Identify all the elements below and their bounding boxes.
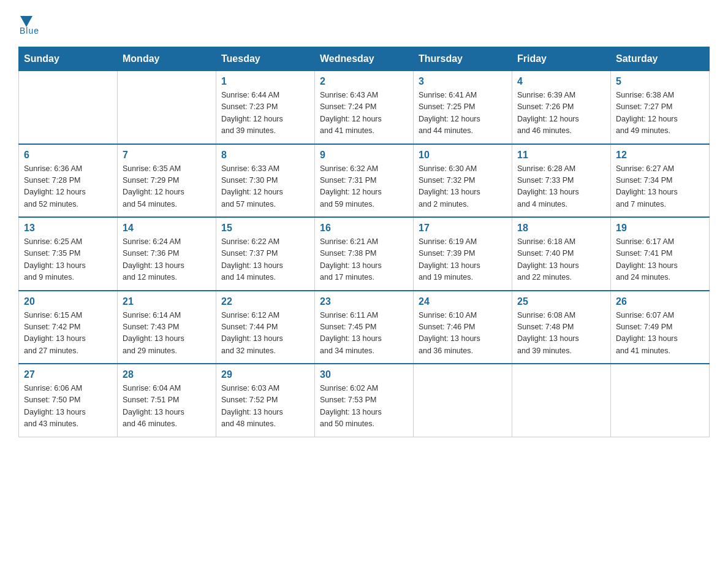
weekday-header-thursday: Thursday	[414, 47, 512, 71]
day-info: Sunrise: 6:27 AM Sunset: 7:34 PM Dayligh…	[616, 163, 704, 211]
weekday-header-wednesday: Wednesday	[315, 47, 414, 71]
day-number: 29	[221, 369, 309, 380]
calendar-cell: 21Sunrise: 6:14 AM Sunset: 7:43 PM Dayli…	[118, 291, 216, 364]
calendar-cell: 8Sunrise: 6:33 AM Sunset: 7:30 PM Daylig…	[216, 144, 315, 218]
day-info: Sunrise: 6:03 AM Sunset: 7:52 PM Dayligh…	[221, 383, 309, 431]
day-info: Sunrise: 6:04 AM Sunset: 7:51 PM Dayligh…	[123, 383, 211, 431]
day-number: 10	[419, 150, 507, 161]
calendar-cell: 1Sunrise: 6:44 AM Sunset: 7:23 PM Daylig…	[216, 71, 315, 144]
calendar-cell	[19, 71, 118, 144]
day-number: 1	[221, 76, 309, 87]
calendar-cell: 11Sunrise: 6:28 AM Sunset: 7:33 PM Dayli…	[512, 144, 611, 218]
day-number: 23	[320, 296, 408, 307]
day-info: Sunrise: 6:35 AM Sunset: 7:29 PM Dayligh…	[123, 163, 211, 211]
day-number: 13	[24, 223, 112, 234]
day-info: Sunrise: 6:25 AM Sunset: 7:35 PM Dayligh…	[24, 236, 112, 284]
calendar-cell: 25Sunrise: 6:08 AM Sunset: 7:48 PM Dayli…	[512, 291, 611, 364]
calendar-cell: 2Sunrise: 6:43 AM Sunset: 7:24 PM Daylig…	[315, 71, 414, 144]
day-info: Sunrise: 6:38 AM Sunset: 7:27 PM Dayligh…	[616, 90, 704, 137]
calendar-cell: 20Sunrise: 6:15 AM Sunset: 7:42 PM Dayli…	[19, 291, 118, 364]
day-info: Sunrise: 6:11 AM Sunset: 7:45 PM Dayligh…	[320, 310, 408, 358]
day-info: Sunrise: 6:02 AM Sunset: 7:53 PM Dayligh…	[320, 383, 408, 431]
day-info: Sunrise: 6:06 AM Sunset: 7:50 PM Dayligh…	[24, 383, 112, 431]
calendar-cell	[414, 364, 512, 437]
calendar-table: SundayMondayTuesdayWednesdayThursdayFrid…	[18, 47, 710, 437]
day-info: Sunrise: 6:28 AM Sunset: 7:33 PM Dayligh…	[517, 163, 605, 211]
calendar-cell: 30Sunrise: 6:02 AM Sunset: 7:53 PM Dayli…	[315, 364, 414, 437]
week-row-4: 20Sunrise: 6:15 AM Sunset: 7:42 PM Dayli…	[19, 291, 710, 364]
calendar-cell: 19Sunrise: 6:17 AM Sunset: 7:41 PM Dayli…	[611, 217, 710, 291]
day-number: 9	[320, 150, 408, 161]
weekday-header-monday: Monday	[118, 47, 216, 71]
calendar-cell: 29Sunrise: 6:03 AM Sunset: 7:52 PM Dayli…	[216, 364, 315, 437]
header: Blue	[18, 12, 710, 36]
day-info: Sunrise: 6:08 AM Sunset: 7:48 PM Dayligh…	[517, 310, 605, 358]
day-number: 11	[517, 150, 605, 161]
calendar-cell: 26Sunrise: 6:07 AM Sunset: 7:49 PM Dayli…	[611, 291, 710, 364]
weekday-header-row: SundayMondayTuesdayWednesdayThursdayFrid…	[19, 47, 710, 71]
day-info: Sunrise: 6:41 AM Sunset: 7:25 PM Dayligh…	[419, 90, 507, 137]
day-number: 28	[123, 369, 211, 380]
day-number: 15	[221, 223, 309, 234]
calendar-cell: 17Sunrise: 6:19 AM Sunset: 7:39 PM Dayli…	[414, 217, 512, 291]
weekday-header-saturday: Saturday	[611, 47, 710, 71]
calendar-cell: 10Sunrise: 6:30 AM Sunset: 7:32 PM Dayli…	[414, 144, 512, 218]
calendar-cell: 13Sunrise: 6:25 AM Sunset: 7:35 PM Dayli…	[19, 217, 118, 291]
calendar-cell: 27Sunrise: 6:06 AM Sunset: 7:50 PM Dayli…	[19, 364, 118, 437]
day-number: 19	[616, 223, 704, 234]
day-info: Sunrise: 6:19 AM Sunset: 7:39 PM Dayligh…	[419, 236, 507, 284]
calendar-cell: 24Sunrise: 6:10 AM Sunset: 7:46 PM Dayli…	[414, 291, 512, 364]
day-number: 3	[419, 76, 507, 87]
day-info: Sunrise: 6:10 AM Sunset: 7:46 PM Dayligh…	[419, 310, 507, 358]
day-number: 7	[123, 150, 211, 161]
day-number: 6	[24, 150, 112, 161]
day-info: Sunrise: 6:44 AM Sunset: 7:23 PM Dayligh…	[221, 90, 309, 137]
calendar-cell: 16Sunrise: 6:21 AM Sunset: 7:38 PM Dayli…	[315, 217, 414, 291]
day-info: Sunrise: 6:30 AM Sunset: 7:32 PM Dayligh…	[419, 163, 507, 211]
calendar-cell: 15Sunrise: 6:22 AM Sunset: 7:37 PM Dayli…	[216, 217, 315, 291]
day-number: 2	[320, 76, 408, 87]
day-number: 18	[517, 223, 605, 234]
calendar-cell: 18Sunrise: 6:18 AM Sunset: 7:40 PM Dayli…	[512, 217, 611, 291]
day-number: 14	[123, 223, 211, 234]
day-info: Sunrise: 6:32 AM Sunset: 7:31 PM Dayligh…	[320, 163, 408, 211]
day-number: 5	[616, 76, 704, 87]
day-info: Sunrise: 6:43 AM Sunset: 7:24 PM Dayligh…	[320, 90, 408, 137]
day-number: 21	[123, 296, 211, 307]
calendar-cell: 14Sunrise: 6:24 AM Sunset: 7:36 PM Dayli…	[118, 217, 216, 291]
day-info: Sunrise: 6:22 AM Sunset: 7:37 PM Dayligh…	[221, 236, 309, 284]
day-info: Sunrise: 6:07 AM Sunset: 7:49 PM Dayligh…	[616, 310, 704, 358]
calendar-cell: 28Sunrise: 6:04 AM Sunset: 7:51 PM Dayli…	[118, 364, 216, 437]
day-info: Sunrise: 6:33 AM Sunset: 7:30 PM Dayligh…	[221, 163, 309, 211]
day-number: 27	[24, 369, 112, 380]
day-number: 4	[517, 76, 605, 87]
calendar-cell	[118, 71, 216, 144]
calendar-cell: 4Sunrise: 6:39 AM Sunset: 7:26 PM Daylig…	[512, 71, 611, 144]
day-number: 25	[517, 296, 605, 307]
day-info: Sunrise: 6:21 AM Sunset: 7:38 PM Dayligh…	[320, 236, 408, 284]
day-number: 8	[221, 150, 309, 161]
day-info: Sunrise: 6:15 AM Sunset: 7:42 PM Dayligh…	[24, 310, 112, 358]
day-info: Sunrise: 6:12 AM Sunset: 7:44 PM Dayligh…	[221, 310, 309, 358]
day-info: Sunrise: 6:39 AM Sunset: 7:26 PM Dayligh…	[517, 90, 605, 137]
day-number: 12	[616, 150, 704, 161]
day-info: Sunrise: 6:18 AM Sunset: 7:40 PM Dayligh…	[517, 236, 605, 284]
calendar-cell: 3Sunrise: 6:41 AM Sunset: 7:25 PM Daylig…	[414, 71, 512, 144]
day-info: Sunrise: 6:14 AM Sunset: 7:43 PM Dayligh…	[123, 310, 211, 358]
calendar-cell: 23Sunrise: 6:11 AM Sunset: 7:45 PM Dayli…	[315, 291, 414, 364]
calendar-cell	[512, 364, 611, 437]
week-row-2: 6Sunrise: 6:36 AM Sunset: 7:28 PM Daylig…	[19, 144, 710, 218]
day-info: Sunrise: 6:17 AM Sunset: 7:41 PM Dayligh…	[616, 236, 704, 284]
week-row-5: 27Sunrise: 6:06 AM Sunset: 7:50 PM Dayli…	[19, 364, 710, 437]
weekday-header-sunday: Sunday	[19, 47, 118, 71]
logo: Blue	[18, 12, 39, 36]
calendar-cell: 22Sunrise: 6:12 AM Sunset: 7:44 PM Dayli…	[216, 291, 315, 364]
calendar-cell: 6Sunrise: 6:36 AM Sunset: 7:28 PM Daylig…	[19, 144, 118, 218]
day-number: 22	[221, 296, 309, 307]
weekday-header-friday: Friday	[512, 47, 611, 71]
day-info: Sunrise: 6:36 AM Sunset: 7:28 PM Dayligh…	[24, 163, 112, 211]
day-number: 17	[419, 223, 507, 234]
week-row-3: 13Sunrise: 6:25 AM Sunset: 7:35 PM Dayli…	[19, 217, 710, 291]
day-number: 30	[320, 369, 408, 380]
week-row-1: 1Sunrise: 6:44 AM Sunset: 7:23 PM Daylig…	[19, 71, 710, 144]
